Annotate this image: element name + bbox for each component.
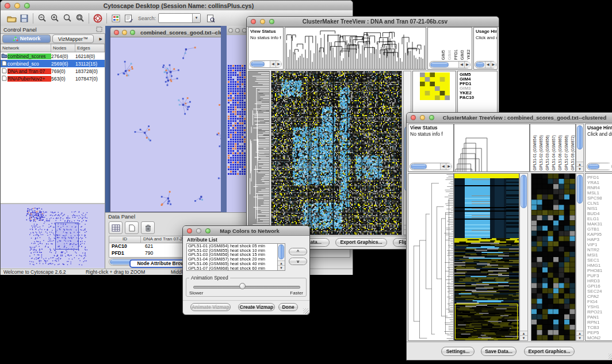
gene-label[interactable]: SPC98 — [587, 196, 612, 201]
scrollbar-thumb[interactable] — [430, 62, 449, 67]
zoom-out-button[interactable] — [36, 13, 48, 24]
scrollbar-thumb[interactable] — [521, 175, 527, 208]
export-graphics-button[interactable]: Export Graphics... — [524, 347, 575, 356]
dense-network-canvas[interactable] — [227, 64, 248, 177]
gene-label[interactable]: SEC1 — [587, 258, 612, 263]
close-button[interactable] — [411, 115, 416, 120]
scroll-right-icon[interactable]: ▶ — [446, 163, 452, 170]
gene-label[interactable]: MAK31 — [587, 221, 612, 227]
network-table-row[interactable]: combined_sco 2569(6) 13112(15) — [1, 60, 105, 67]
gene-label[interactable]: PAN1 — [587, 315, 612, 320]
animate-vizmap-button[interactable]: Animate Vizmap — [190, 303, 231, 311]
heatmap-vscrollbar[interactable]: ▲ ▼ — [519, 173, 528, 341]
gene-label[interactable]: YRA1 — [587, 180, 612, 185]
column-label[interactable]: GPL51-08 (GSM872) — [570, 135, 575, 170]
new-attribute-button[interactable] — [125, 221, 139, 234]
zoom-matrix-canvas[interactable] — [420, 72, 450, 100]
usage-hints-hscrollbar[interactable]: ◀▶ — [475, 61, 496, 68]
column-label[interactable]: GPL51-03 (GSM856) — [545, 135, 550, 170]
move-up-button[interactable]: ^ — [289, 248, 307, 255]
annotation-tool-button[interactable] — [122, 13, 135, 24]
zoom-selected-button[interactable] — [74, 13, 86, 24]
resize-grip[interactable] — [609, 354, 612, 359]
gene-label[interactable]: NTR2 — [587, 247, 612, 252]
gene-label[interactable]: HRD3 — [587, 278, 612, 283]
gene-label[interactable]: CPA2 — [587, 294, 612, 299]
network-table-row[interactable]: combined_scores 2764(0) 16218(0) — [1, 52, 105, 60]
gene-label[interactable]: RPN1 — [587, 320, 612, 325]
column-label[interactable]: GPL51-07 (GSM868) — [564, 135, 569, 170]
gene-label[interactable]: PFD1 — [587, 175, 612, 180]
gene-label[interactable]: PFD1 — [460, 82, 497, 86]
gene-label[interactable]: YSH1 — [587, 304, 612, 309]
scroll-right-icon[interactable]: ▶ — [491, 62, 496, 68]
save-session-button[interactable] — [18, 13, 30, 24]
column-dendrogram-canvas[interactable] — [285, 28, 426, 69]
heatmap-canvas[interactable] — [454, 174, 519, 340]
gene-label[interactable]: PEP5 — [587, 330, 612, 335]
gene-label[interactable]: CLN1 — [587, 201, 612, 206]
gene-label[interactable]: MON2 — [587, 335, 612, 340]
zoom-button[interactable] — [205, 228, 211, 233]
scrollbar-thumb[interactable] — [476, 62, 484, 67]
view-status-hscrollbar[interactable]: ◀▶ — [250, 60, 282, 68]
close-button[interactable] — [228, 28, 233, 33]
gene-label[interactable]: VIP1 — [587, 242, 612, 247]
dialog-titlebar[interactable]: Map Colors to Network — [183, 226, 309, 236]
column-label[interactable]: GIM5 — [441, 50, 446, 60]
col-network[interactable]: Network — [1, 44, 51, 52]
view-status-hscrollbar[interactable]: ◀▶ — [410, 163, 452, 170]
gene-label[interactable]: HMG1 — [587, 263, 612, 268]
minimize-button[interactable] — [122, 30, 127, 35]
minimize-button[interactable] — [14, 3, 20, 9]
network-table-row[interactable]: DNA and Tran 07 769(0) 183728(0) — [1, 67, 105, 75]
gene-label[interactable]: FIG4 — [587, 299, 612, 304]
index-search-button[interactable] — [204, 13, 217, 24]
scroll-left-icon[interactable]: ◀ — [440, 163, 446, 170]
col-edges[interactable]: Edges — [75, 44, 105, 52]
chevron-down-icon[interactable]: ▼ — [192, 14, 200, 22]
help-button[interactable] — [91, 13, 104, 24]
column-label[interactable]: GPL51-02 (GSM855) — [538, 135, 544, 170]
scroll-down-icon[interactable]: ▼ — [576, 166, 583, 171]
zoom-button[interactable] — [24, 3, 30, 9]
column-label[interactable]: GPL51-01 (GSM854) — [532, 135, 537, 170]
zoom-heatmap-vscrollbar[interactable]: ▲ ▼ — [576, 173, 584, 341]
animation-speed-slider[interactable] — [193, 286, 300, 289]
attribute-list-item[interactable]: GPL51-07 (GSM868) heat shock 60 min — [187, 266, 285, 271]
gene-label[interactable]: SEC24 — [587, 289, 612, 294]
scroll-left-icon[interactable]: ◀ — [270, 61, 276, 67]
column-label[interactable]: GPL51-04 (GSM857) — [551, 135, 556, 170]
float-panel-icon[interactable] — [96, 26, 102, 33]
treeview-combined-titlebar[interactable]: ClusterMaker TreeView : combined_scores_… — [407, 113, 612, 123]
gene-label[interactable]: GPI16 — [587, 283, 612, 289]
column-dendrogram-canvas[interactable] — [454, 124, 529, 171]
main-titlebar[interactable]: Cytoscape Desktop (Session Name: collins… — [1, 1, 353, 11]
scrollbar-thumb[interactable] — [577, 175, 583, 204]
settings-button[interactable]: Settings... — [441, 347, 475, 356]
column-label[interactable]: GPL51-06 (GSM865) — [557, 135, 563, 170]
treeview-dna-titlebar[interactable]: ClusterMaker TreeView : DNA and Tran 07-… — [247, 17, 499, 27]
done-button[interactable]: Done — [278, 303, 298, 311]
gene-label[interactable]: YKE2 — [460, 91, 497, 95]
id-column-header[interactable]: ID — [109, 236, 141, 243]
minimize-button[interactable] — [235, 28, 240, 33]
close-button[interactable] — [114, 30, 119, 35]
tab-overflow-arrow[interactable]: ▶ — [100, 37, 102, 41]
scroll-down-icon[interactable]: ▼ — [278, 265, 285, 270]
export-graphics-button[interactable]: Export Graphics... — [335, 238, 387, 247]
zoom-fit-button[interactable] — [61, 13, 74, 24]
attribute-list-vscrollbar[interactable]: ▲ ▼ — [277, 244, 285, 270]
gene-label[interactable]: MSI1 — [587, 252, 612, 258]
usage-hints-hscrollbar[interactable] — [587, 163, 612, 170]
scroll-left-icon[interactable]: ◀ — [485, 62, 490, 68]
gene-label[interactable]: GIM3 — [460, 86, 497, 91]
gene-label[interactable]: GTB1 — [587, 227, 612, 232]
column-label[interactable]: GIM3 — [460, 50, 465, 60]
column-label[interactable]: PFD1 — [453, 49, 458, 60]
scrollbar-thumb[interactable] — [411, 164, 427, 169]
gene-label[interactable]: TCB3 — [587, 325, 612, 330]
col-nodes[interactable]: Nodes — [51, 44, 75, 52]
open-session-button[interactable] — [5, 13, 18, 24]
scrollbar-thumb[interactable] — [577, 125, 583, 150]
